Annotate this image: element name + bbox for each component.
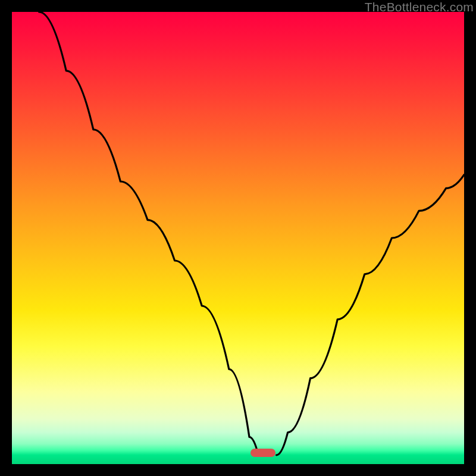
optimal-marker bbox=[250, 449, 275, 457]
bottleneck-curve bbox=[12, 12, 464, 464]
watermark-text: TheBottleneck.com bbox=[365, 0, 474, 14]
chart-frame bbox=[12, 12, 464, 464]
